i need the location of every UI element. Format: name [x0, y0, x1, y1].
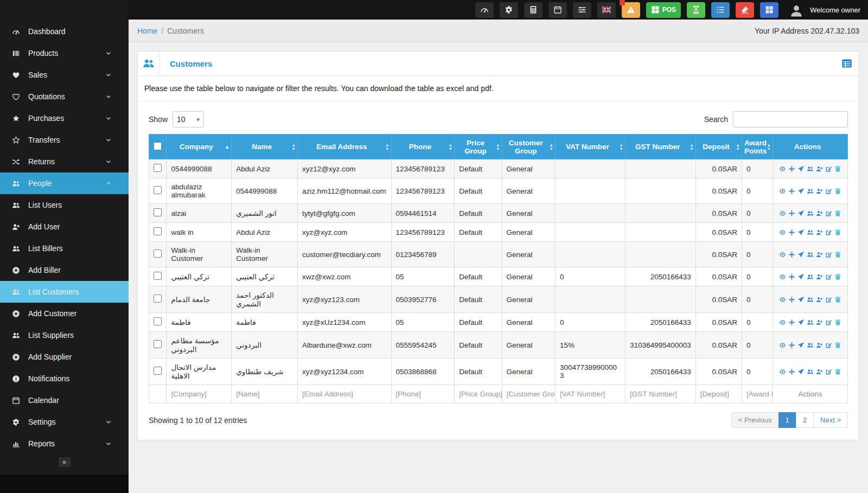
row-checkbox[interactable] — [154, 272, 162, 280]
column-header-price-group[interactable]: Price Group▲▼ — [455, 135, 502, 159]
row-checkbox[interactable] — [154, 249, 162, 258]
sidebar-item-add-user[interactable]: Add User — [0, 216, 129, 238]
column-header-actions[interactable]: Actions — [773, 135, 847, 159]
sidebar-item-calendar[interactable]: Calendar — [0, 389, 129, 411]
column-header-deposit[interactable]: Deposit▲▼ — [695, 135, 742, 159]
sidebar-item-returns[interactable]: Returns — [0, 151, 129, 172]
sidebar-collapse-button[interactable]: « — [59, 457, 71, 467]
action-users[interactable] — [807, 188, 814, 195]
page-button-1[interactable]: 1 — [778, 412, 796, 428]
filter-input-company[interactable]: [Company] — [167, 385, 232, 404]
previous-page-button[interactable]: < Previous — [731, 412, 779, 428]
filter-input-price-group[interactable]: [Price Group] — [455, 385, 502, 404]
action-trash[interactable] — [834, 188, 841, 195]
action-edit[interactable] — [825, 188, 832, 195]
sidebar-item-add-customer[interactable]: Add Customer — [0, 303, 129, 324]
action-users[interactable] — [807, 296, 814, 303]
action-user-plus[interactable] — [816, 273, 823, 280]
column-header-phone[interactable]: Phone▲▼ — [391, 135, 455, 159]
action-trash[interactable] — [834, 251, 841, 258]
action-user-plus[interactable] — [816, 165, 823, 172]
filter-input-phone[interactable]: [Phone] — [391, 385, 455, 404]
search-input[interactable] — [733, 111, 848, 127]
action-paper-plane[interactable] — [797, 296, 805, 303]
action-plus[interactable] — [788, 319, 795, 326]
dashboard-button[interactable] — [475, 2, 494, 18]
calendar-button[interactable] — [548, 2, 567, 18]
sidebar-item-list-users[interactable]: List Users — [0, 194, 129, 216]
next-page-button[interactable]: Next > — [813, 412, 848, 428]
action-trash[interactable] — [834, 229, 841, 236]
action-paper-plane[interactable] — [797, 229, 805, 236]
sidebar-item-quotations[interactable]: Quotations — [0, 86, 129, 107]
action-paper-plane[interactable] — [797, 368, 805, 375]
row-checkbox[interactable] — [154, 164, 162, 172]
action-edit[interactable] — [825, 165, 832, 172]
action-paper-plane[interactable] — [797, 251, 805, 258]
action-users[interactable] — [807, 251, 814, 258]
action-paper-plane[interactable] — [797, 165, 805, 172]
action-eye[interactable] — [779, 273, 786, 280]
action-eye[interactable] — [779, 251, 786, 258]
action-plus[interactable] — [788, 229, 795, 236]
sidebar-item-settings[interactable]: Settings — [0, 411, 129, 433]
action-users[interactable] — [807, 319, 814, 326]
sidebar-item-add-supplier[interactable]: Add Supplier — [0, 346, 129, 368]
eraser-button[interactable] — [736, 2, 754, 18]
action-user-plus[interactable] — [816, 251, 823, 258]
column-header-name[interactable]: Name▲▼ — [232, 135, 298, 159]
sidebar-item-people[interactable]: People — [0, 172, 129, 194]
page-button-2[interactable]: 2 — [796, 412, 814, 428]
column-header-customer-group[interactable]: Customer Group▲▼ — [502, 135, 555, 159]
language-flag-button[interactable] — [597, 2, 616, 18]
stack-button[interactable] — [573, 2, 591, 18]
action-plus[interactable] — [788, 296, 795, 303]
action-trash[interactable] — [834, 342, 841, 349]
filter-input-deposit[interactable]: [Deposit] — [695, 385, 742, 404]
action-users[interactable] — [807, 342, 814, 349]
action-user-plus[interactable] — [816, 368, 823, 375]
action-edit[interactable] — [825, 368, 832, 375]
filter-input-gst-number[interactable]: [GST Number] — [625, 385, 695, 404]
alerts-button[interactable] — [622, 2, 640, 18]
filter-input-customer-group[interactable]: [Customer Group] — [502, 385, 555, 404]
sidebar-item-purchases[interactable]: Purchases — [0, 107, 129, 129]
action-paper-plane[interactable] — [797, 319, 805, 326]
column-header-email-address[interactable]: Email Address▲▼ — [298, 135, 392, 159]
column-header-gst-number[interactable]: GST Number▲▼ — [625, 135, 695, 159]
sidebar-item-list-billers[interactable]: List Billers — [0, 238, 129, 259]
action-users[interactable] — [807, 165, 814, 172]
action-eye[interactable] — [779, 342, 786, 349]
sidebar-item-add-biller[interactable]: Add Biller — [0, 259, 129, 281]
page-length-select[interactable]: 10 ▾ — [173, 111, 204, 127]
row-checkbox[interactable] — [154, 294, 162, 303]
settings-button[interactable] — [500, 2, 518, 18]
column-header-vat-number[interactable]: VAT Number▲▼ — [555, 135, 625, 159]
action-plus[interactable] — [788, 251, 795, 258]
action-edit[interactable] — [825, 342, 832, 349]
action-eye[interactable] — [779, 368, 786, 375]
action-eye[interactable] — [779, 319, 786, 326]
action-plus[interactable] — [788, 368, 795, 375]
action-plus[interactable] — [788, 342, 795, 349]
filter-input-email-address[interactable]: [Email Address] — [298, 385, 392, 404]
action-users[interactable] — [807, 273, 814, 280]
list-button[interactable] — [711, 2, 730, 18]
action-eye[interactable] — [779, 210, 786, 217]
action-paper-plane[interactable] — [797, 188, 805, 195]
action-user-plus[interactable] — [816, 188, 823, 195]
action-eye[interactable] — [779, 188, 786, 195]
select-all-checkbox[interactable] — [154, 142, 162, 150]
sidebar-item-reports[interactable]: Reports — [0, 433, 129, 454]
action-paper-plane[interactable] — [797, 210, 805, 217]
action-trash[interactable] — [834, 210, 841, 217]
row-checkbox[interactable] — [154, 317, 162, 325]
action-plus[interactable] — [788, 188, 795, 195]
action-trash[interactable] — [834, 368, 841, 375]
action-user-plus[interactable] — [816, 229, 823, 236]
action-plus[interactable] — [788, 273, 795, 280]
action-plus[interactable] — [788, 210, 795, 217]
row-checkbox[interactable] — [154, 340, 162, 348]
breadcrumb-home-link[interactable]: Home — [137, 27, 157, 35]
calculator-button[interactable] — [524, 2, 542, 18]
